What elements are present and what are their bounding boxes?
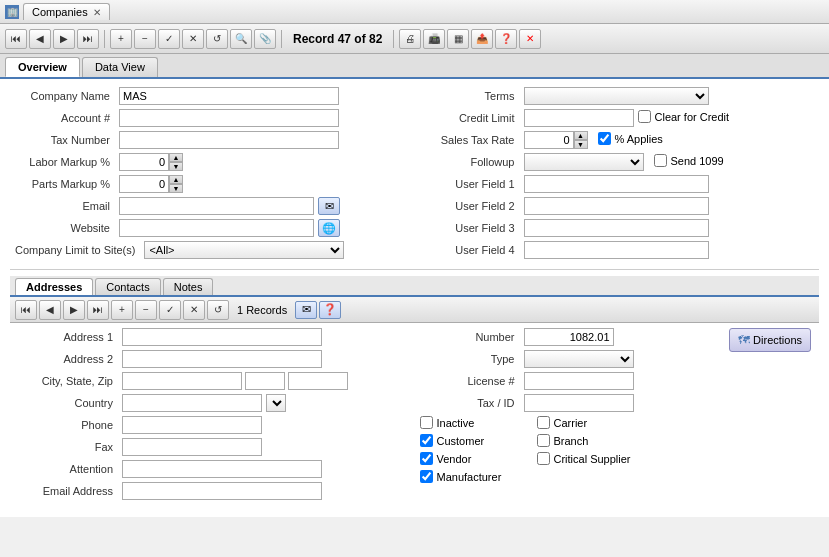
carrier-check[interactable] — [537, 416, 550, 429]
email-addr-input[interactable] — [122, 482, 322, 500]
directions-button[interactable]: 🗺 Directions — [729, 328, 811, 352]
userfield3-input[interactable] — [524, 219, 709, 237]
fax-input[interactable] — [122, 438, 262, 456]
sub-add-btn[interactable]: + — [111, 300, 133, 320]
sub-email-btn[interactable]: ✉ — [295, 301, 317, 319]
cancel-btn[interactable]: ✕ — [182, 29, 204, 49]
country-input[interactable] — [122, 394, 262, 412]
terms-select[interactable] — [524, 87, 709, 105]
sub-tab-contacts[interactable]: Contacts — [95, 278, 160, 295]
add-btn[interactable]: + — [110, 29, 132, 49]
userfield2-input[interactable] — [524, 197, 709, 215]
labor-markup-input[interactable] — [119, 153, 169, 171]
tax-number-input[interactable] — [119, 131, 339, 149]
last-btn[interactable]: ⏭ — [77, 29, 99, 49]
sub-info-btn[interactable]: ❓ — [319, 301, 341, 319]
sales-tax-spin: ▲ ▼ — [524, 131, 588, 149]
save-btn[interactable]: ✓ — [158, 29, 180, 49]
sales-tax-up[interactable]: ▲ — [574, 131, 588, 140]
sales-tax-down[interactable]: ▼ — [574, 140, 588, 149]
delete-btn[interactable]: − — [134, 29, 156, 49]
applies-label: % Applies — [598, 132, 663, 145]
country-label: Country — [18, 397, 118, 409]
refresh-btn[interactable]: ↺ — [206, 29, 228, 49]
sales-tax-input[interactable] — [524, 131, 574, 149]
print-btn[interactable]: 🖨 — [399, 29, 421, 49]
sub-save-btn[interactable]: ✓ — [159, 300, 181, 320]
email-input[interactable] — [119, 197, 314, 215]
applies-check[interactable] — [598, 132, 611, 145]
email-icon-btn[interactable]: ✉ — [318, 197, 340, 215]
sub-prev-btn[interactable]: ◀ — [39, 300, 61, 320]
export-btn[interactable]: 📤 — [471, 29, 493, 49]
account-num-input[interactable] — [119, 109, 339, 127]
first-btn[interactable]: ⏮ — [5, 29, 27, 49]
next-btn[interactable]: ▶ — [53, 29, 75, 49]
labor-markup-spin: ▲ ▼ — [119, 153, 183, 171]
clear-credit-check[interactable] — [638, 110, 651, 123]
sub-next-btn[interactable]: ▶ — [63, 300, 85, 320]
city-input[interactable] — [122, 372, 242, 390]
phone-input[interactable] — [122, 416, 262, 434]
company-limit-select[interactable]: <All> — [144, 241, 344, 259]
followup-label: Followup — [420, 156, 520, 168]
userfield4-input[interactable] — [524, 241, 709, 259]
attention-input[interactable] — [122, 460, 322, 478]
company-name-row: Company Name — [15, 87, 410, 105]
attention-label: Attention — [18, 463, 118, 475]
sep2 — [281, 30, 282, 48]
followup-select[interactable] — [524, 153, 644, 171]
country-select[interactable] — [266, 394, 286, 412]
sub-delete-btn[interactable]: − — [135, 300, 157, 320]
userfield3-row: User Field 3 — [420, 219, 815, 237]
parts-markup-input[interactable] — [119, 175, 169, 193]
window-close[interactable]: ✕ — [93, 7, 101, 18]
inactive-check[interactable] — [420, 416, 433, 429]
license-input[interactable] — [524, 372, 634, 390]
search-btn[interactable]: 🔍 — [230, 29, 252, 49]
zip-input[interactable] — [288, 372, 348, 390]
city-state-zip — [122, 372, 348, 390]
userfield1-input[interactable] — [524, 175, 709, 193]
form-right: Terms Credit Limit Clear for Credit Sale… — [415, 87, 820, 263]
state-input[interactable] — [245, 372, 285, 390]
company-name-input[interactable] — [119, 87, 339, 105]
vendor-check[interactable] — [420, 452, 433, 465]
sub-first-btn[interactable]: ⏮ — [15, 300, 37, 320]
help-btn[interactable]: ❓ — [495, 29, 517, 49]
close-btn[interactable]: ✕ — [519, 29, 541, 49]
manufacturer-check[interactable] — [420, 470, 433, 483]
addr2-input[interactable] — [122, 350, 322, 368]
sub-cancel-btn[interactable]: ✕ — [183, 300, 205, 320]
number-input[interactable] — [524, 328, 614, 346]
addr1-input[interactable] — [122, 328, 322, 346]
website-icon-btn[interactable]: 🌐 — [318, 219, 340, 237]
userfield2-row: User Field 2 — [420, 197, 815, 215]
vendor-row: Vendor — [420, 452, 517, 465]
sub-refresh-btn[interactable]: ↺ — [207, 300, 229, 320]
sub-tab-addresses[interactable]: Addresses — [15, 278, 93, 295]
credit-limit-input[interactable] — [524, 109, 634, 127]
company-limit-label: Company Limit to Site(s) — [15, 244, 140, 256]
sub-tab-notes[interactable]: Notes — [163, 278, 214, 295]
fax-btn[interactable]: 📠 — [423, 29, 445, 49]
send1099-check[interactable] — [654, 154, 667, 167]
prev-btn[interactable]: ◀ — [29, 29, 51, 49]
tab-overview[interactable]: Overview — [5, 57, 80, 77]
website-input[interactable] — [119, 219, 314, 237]
labor-markup-down[interactable]: ▼ — [169, 162, 183, 171]
tab-dataview[interactable]: Data View — [82, 57, 158, 77]
type-select[interactable] — [524, 350, 634, 368]
labor-markup-row: Labor Markup % ▲ ▼ — [15, 153, 410, 171]
addr1-label: Address 1 — [18, 331, 118, 343]
parts-markup-down[interactable]: ▼ — [169, 184, 183, 193]
grid-btn[interactable]: ▦ — [447, 29, 469, 49]
labor-markup-up[interactable]: ▲ — [169, 153, 183, 162]
customer-check[interactable] — [420, 434, 433, 447]
attach-btn[interactable]: 📎 — [254, 29, 276, 49]
sub-last-btn[interactable]: ⏭ — [87, 300, 109, 320]
parts-markup-up[interactable]: ▲ — [169, 175, 183, 184]
branch-check[interactable] — [537, 434, 550, 447]
critical-supplier-check[interactable] — [537, 452, 550, 465]
taxid-input[interactable] — [524, 394, 634, 412]
